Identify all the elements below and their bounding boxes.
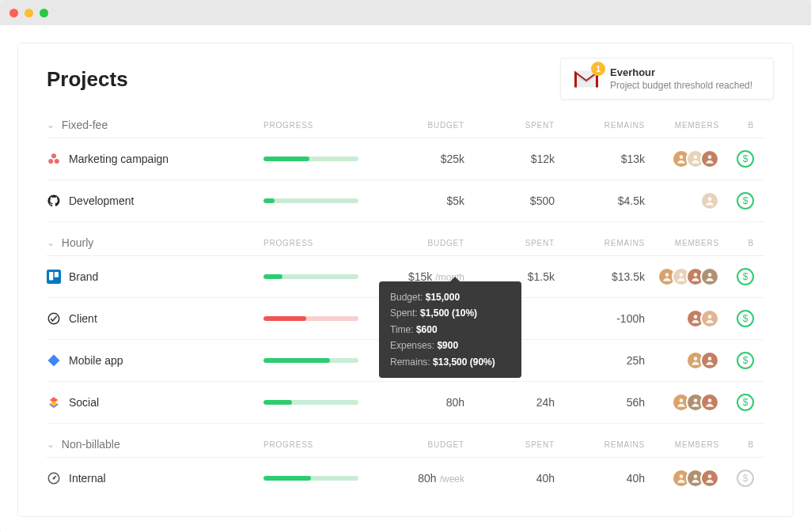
column-header-spent: SPENT <box>468 121 555 130</box>
avatar <box>700 351 719 370</box>
billing-icon[interactable]: $ <box>737 310 754 327</box>
svg-point-3 <box>680 155 684 159</box>
project-row[interactable]: Social 80h 24h 56h $ <box>47 382 764 424</box>
svg-point-24 <box>680 474 684 478</box>
tooltip-value: $900 <box>437 340 458 351</box>
project-name: Social <box>69 396 99 409</box>
avatar <box>700 267 719 286</box>
details-tooltip: Budget: $15,000Spent: $1,500 (10%)Time: … <box>379 281 521 378</box>
clickup-icon <box>47 395 61 409</box>
tooltip-value: $600 <box>416 324 438 335</box>
gauge-icon <box>47 471 61 485</box>
tooltip-key: Budget: <box>390 292 426 303</box>
project-name: Marketing campaign <box>69 153 169 165</box>
circle-icon <box>47 311 61 326</box>
spent-value: 24h <box>468 396 555 409</box>
tooltip-key: Spent: <box>390 308 420 319</box>
maximize-window-icon[interactable] <box>40 9 48 17</box>
project-row[interactable]: Brand $15k/month $1.5k $13.5k $ Budget: … <box>47 256 764 298</box>
section-header[interactable]: ⌄ Fixed-fee PROGRESS BUDGET SPENT REMAIN… <box>47 112 764 138</box>
project-row[interactable]: Development $5k $500 $4.5k $ <box>47 180 764 222</box>
svg-point-20 <box>694 398 698 402</box>
svg-point-6 <box>708 197 712 201</box>
section-header[interactable]: ⌄ Non-billable PROGRESS BUDGET SPENT REM… <box>47 432 764 458</box>
notification-card[interactable]: 1 Everhour Project budget threshold reac… <box>560 58 774 100</box>
column-header-budget: BUDGET <box>377 121 464 130</box>
svg-point-26 <box>708 474 712 478</box>
remains-value: $13.5k <box>558 270 645 283</box>
billing-icon[interactable]: $ <box>737 150 754 168</box>
avatar <box>700 149 719 168</box>
svg-rect-9 <box>55 272 59 277</box>
svg-point-18 <box>708 357 712 360</box>
project-row[interactable]: Marketing campaign $25k $12k $13k $ <box>47 138 764 180</box>
tooltip-key: Time: <box>390 324 416 335</box>
avatar <box>700 393 719 412</box>
column-header-progress: PROGRESS <box>263 121 374 130</box>
progress-bar <box>263 316 358 321</box>
svg-point-1 <box>48 159 53 164</box>
tooltip-value: $15,000 <box>426 292 460 303</box>
asana-icon <box>47 152 61 166</box>
diamond-icon <box>47 353 61 368</box>
billing-icon[interactable]: $ <box>737 394 754 411</box>
project-row[interactable]: Internal 80h/week 40h 40h $ <box>47 458 764 499</box>
avatar <box>700 309 719 328</box>
notification-title: Everhour <box>610 66 752 78</box>
project-name: Development <box>69 194 135 207</box>
members-cell[interactable] <box>648 267 719 286</box>
project-name: Brand <box>69 270 98 283</box>
members-cell[interactable] <box>648 393 719 412</box>
billing-icon[interactable]: $ <box>737 352 754 369</box>
billing-icon[interactable]: $ <box>737 470 754 487</box>
progress-bar <box>263 198 358 203</box>
svg-point-16 <box>708 315 712 319</box>
browser-window: 1 Everhour Project budget threshold reac… <box>0 0 811 532</box>
budget-value: $25k <box>377 153 464 165</box>
svg-point-0 <box>51 153 56 158</box>
column-header-billing: B <box>722 121 754 130</box>
members-cell[interactable] <box>648 469 719 488</box>
svg-point-25 <box>694 474 698 478</box>
notification-subtitle: Project budget threshold reached! <box>610 80 752 91</box>
members-cell[interactable] <box>648 351 719 370</box>
svg-rect-7 <box>47 270 61 284</box>
project-name: Internal <box>69 472 106 485</box>
svg-rect-8 <box>49 272 53 281</box>
svg-point-19 <box>680 398 684 402</box>
progress-bar <box>263 274 358 279</box>
billing-icon[interactable]: $ <box>737 268 754 285</box>
section-name: Fixed-fee <box>62 119 108 131</box>
budget-value: 80h/week <box>377 472 464 485</box>
members-cell[interactable] <box>648 149 719 168</box>
column-header-billing: B <box>722 440 754 449</box>
column-header-progress: PROGRESS <box>263 440 374 449</box>
column-header-budget: BUDGET <box>377 239 464 247</box>
tooltip-value: $13,500 (90%) <box>433 357 495 368</box>
column-header-spent: SPENT <box>468 440 555 449</box>
billing-icon[interactable]: $ <box>737 192 754 209</box>
svg-point-4 <box>694 155 698 159</box>
svg-point-21 <box>708 398 712 402</box>
tooltip-key: Remains: <box>390 357 433 368</box>
svg-point-15 <box>694 315 698 319</box>
chevron-down-icon: ⌄ <box>47 237 55 248</box>
budget-value: $5k <box>377 194 464 207</box>
column-header-progress: PROGRESS <box>263 239 374 247</box>
section-header[interactable]: ⌄ Hourly PROGRESS BUDGET SPENT REMAINS M… <box>47 230 764 256</box>
members-cell[interactable] <box>648 191 719 210</box>
trello-icon <box>47 270 61 284</box>
svg-point-17 <box>694 357 698 360</box>
tooltip-value: $1,500 (10%) <box>420 308 477 319</box>
window-titlebar <box>0 0 811 25</box>
chevron-down-icon: ⌄ <box>47 119 55 130</box>
remains-value: 56h <box>558 396 645 409</box>
svg-point-5 <box>708 155 712 159</box>
members-cell[interactable] <box>648 309 719 328</box>
section-name: Non-billable <box>62 438 120 451</box>
column-header-budget: BUDGET <box>377 440 464 449</box>
minimize-window-icon[interactable] <box>25 9 33 17</box>
close-window-icon[interactable] <box>9 9 18 17</box>
svg-point-13 <box>708 273 712 277</box>
budget-value: 80h <box>377 396 464 409</box>
